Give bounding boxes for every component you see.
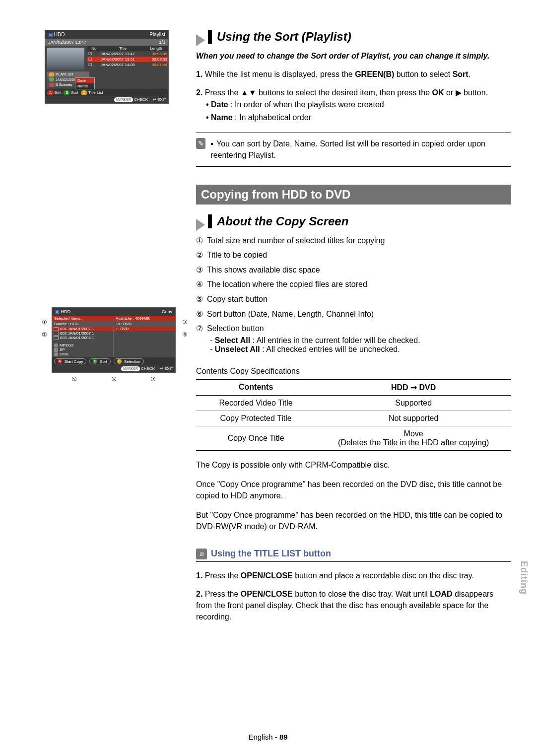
list-item-len: 00:01:54 <box>145 63 167 67</box>
t: While the list menu is displayed, press … <box>205 70 355 78</box>
osd2-available: Available : 4099MB <box>114 316 175 321</box>
t: Press the ▲▼ buttons to select the desir… <box>205 88 432 97</box>
s3-step-1: 1. Press the OPEN/CLOSE button and place… <box>196 570 511 581</box>
item-7a: - Select All : All entries in the curren… <box>210 336 511 345</box>
step-2: 2. Press the ▲▼ buttons to select the de… <box>196 87 511 124</box>
copy-osd-screenshot: ▣ HDD Copy Selected Items: Available : 4… <box>52 307 176 373</box>
scenes-icon <box>49 83 54 87</box>
t: OPEN/CLOSE <box>241 571 293 580</box>
osd1-device: HDD <box>54 32 65 37</box>
th-hdddvd: HDD ➞ DVD <box>316 379 511 396</box>
list-item-len: 00:03:33 <box>145 57 167 62</box>
callout-5: ⑤ <box>71 376 77 383</box>
file-item: 003 JAN/01/2006 1 <box>52 336 113 340</box>
spec-title: Contents Copy Specifications <box>196 367 511 376</box>
section3-heading: Using the TITLE LIST button <box>211 549 331 559</box>
callout-4: ④ <box>182 331 188 338</box>
list-item-len: 00:06:09 <box>145 52 167 56</box>
cms-label: CMS <box>60 352 68 356</box>
section1-heading: Using the Sort (Playlist) <box>208 30 351 44</box>
svg-marker-1 <box>196 219 205 231</box>
t: OPEN/CLOSE <box>241 590 293 598</box>
callout-1: ① <box>42 319 47 326</box>
svg-marker-0 <box>196 34 205 46</box>
footer-sort2: Sort <box>100 359 107 364</box>
t: Press the <box>205 571 241 580</box>
t: The location where the copied files are … <box>207 277 367 292</box>
t: Selection button <box>207 321 264 336</box>
t: Select All <box>215 336 250 344</box>
item-7: ⑦Selection button <box>196 321 511 336</box>
col-no: No. <box>88 46 101 51</box>
t: : All entries in the current folder will… <box>250 336 420 344</box>
t: Total size and number of selected titles… <box>207 233 385 248</box>
marker-chip-icon: MARKER <box>114 97 133 102</box>
footer-selection: Selection <box>124 359 140 364</box>
osd1-thumbnail <box>47 48 84 70</box>
osd1-scenes: 6 Scenes <box>56 82 72 87</box>
dvd-arrow-icon: ← <box>115 327 119 331</box>
t: Move <box>404 429 423 438</box>
dvd-label: DVD <box>120 327 129 331</box>
t: OK <box>432 88 444 97</box>
item-4: ④The location where the copied files are… <box>196 277 511 292</box>
td: Move(Deletes the Title in the HDD after … <box>316 426 511 451</box>
sort-popup: Date Name <box>75 77 95 89</box>
playlist-icon <box>49 72 54 76</box>
item-7b: - Unselect All : All checked entries wil… <box>210 345 511 354</box>
osd2-mode: Copy <box>162 309 172 314</box>
file-icon <box>54 327 59 331</box>
mpeg2-label: MPEG2 <box>60 343 73 347</box>
footer-exit2: EXIT <box>164 366 173 371</box>
date-icon <box>49 77 54 81</box>
section-arrow-icon <box>196 34 205 46</box>
td: Copy Once Title <box>196 426 316 451</box>
s3-step-2: 2. Press the OPEN/CLOSE button to close … <box>196 588 511 623</box>
t: . <box>469 70 470 78</box>
mpeg2-icon <box>54 344 58 347</box>
footer-page: 89 <box>279 733 288 741</box>
osd1-datetime: JAN/02/2007 13:47 <box>48 40 86 45</box>
t: Copy start button <box>207 292 268 307</box>
td: Supported <box>316 395 511 411</box>
t: : All checked entries will be unchecked. <box>260 345 400 353</box>
note-icon: ✎ <box>196 138 205 149</box>
item-6: ⑥Sort button (Date, Name, Length, Channe… <box>196 307 511 322</box>
col-length: Length <box>145 46 167 51</box>
t: Sort <box>453 70 469 78</box>
section-arrow-icon <box>196 219 205 231</box>
t: or ▶ button. <box>444 88 488 97</box>
remote-icon: ⎚ <box>196 549 207 559</box>
playlist-osd-screenshot: ▣ HDD Playlist JAN/02/2007 13:47 1/3 PLA… <box>45 30 169 104</box>
t: button to close the disc tray. Wait unti… <box>293 590 430 598</box>
footer-exit: EXIT <box>157 97 166 102</box>
exit-icon: ↩ <box>160 366 163 371</box>
file-name: 001 JAN/01/2007 1 <box>60 327 94 331</box>
cms-icon <box>54 352 58 356</box>
osd1-device-icon: ▣ <box>48 32 53 37</box>
item-2: ②Title to be copied <box>196 248 511 263</box>
note-bullet-icon: ▪ <box>210 139 213 148</box>
t: : In alphabetical order <box>233 113 311 122</box>
callout-3: ③ <box>182 319 188 326</box>
list-item: JAN/02/2007 13:47 <box>101 52 145 56</box>
file-icon <box>54 336 59 340</box>
section2-bar: Copying from HDD to DVD <box>196 185 511 205</box>
td: Recorded Video Title <box>196 395 316 411</box>
osd2-to: To : DVD <box>114 321 175 327</box>
yellow-chip-icon: C <box>117 359 122 364</box>
callout-6: ⑥ <box>111 376 117 383</box>
list-item: JAN/02/2007 14:08 <box>101 63 145 67</box>
col-title: Title <box>101 46 145 51</box>
item-3: ③This shows available disc space <box>196 263 511 277</box>
para1: The Copy is possible only with CPRM-Comp… <box>196 459 511 471</box>
osd2-device-icon: ▣ <box>55 309 60 314</box>
file-name: 003 JAN/01/2006 1 <box>60 336 94 340</box>
step-1: 1. While the list menu is displayed, pre… <box>196 69 511 80</box>
t: GREEN(B) <box>355 70 394 78</box>
file-item: 001 JAN/01/2007 1 <box>52 327 113 331</box>
td: Copy Protected Title <box>196 411 316 426</box>
t: Sort button (Date, Name, Length, Channel… <box>207 307 374 322</box>
footer-check2: CHECK <box>141 366 155 371</box>
osd2-selitems: Selected Items: <box>52 316 114 321</box>
